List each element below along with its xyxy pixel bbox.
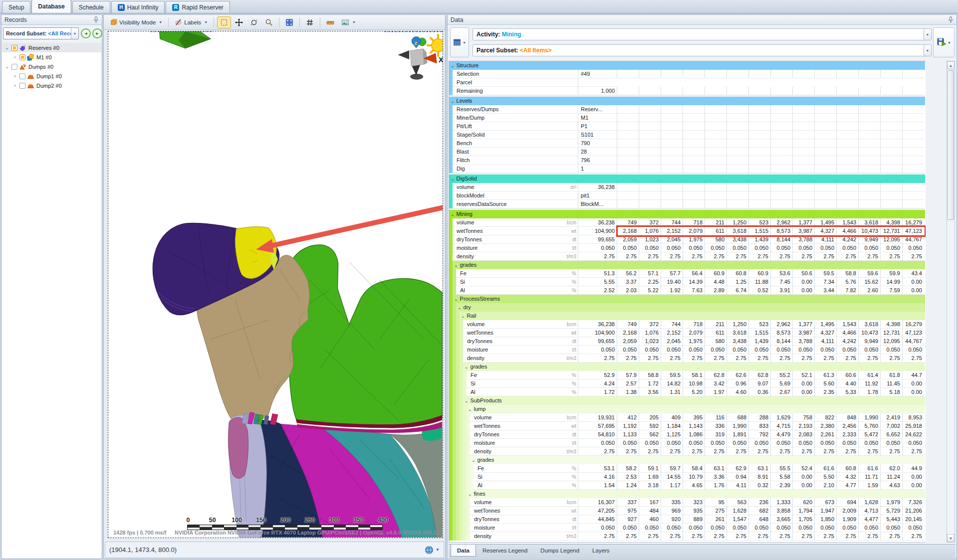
tree-item-dump1-0[interactable]: ›Dump1 #0 (2, 71, 101, 81)
section-header-levels[interactable]: ⌄Levels (449, 97, 925, 105)
collapse-icon[interactable]: ⌄ (468, 407, 472, 412)
total-value-cell: 2.75 (578, 532, 617, 541)
parcel-value-cell: 2,079 (683, 329, 705, 337)
visibility-checkbox[interactable] (19, 54, 25, 60)
solid-top-green[interactable] (160, 31, 211, 48)
chevron-down-icon[interactable]: ▼ (924, 45, 931, 56)
select-region-button[interactable] (217, 16, 231, 28)
collapse-icon[interactable]: ⌄ (458, 305, 462, 310)
scroll-up-button[interactable]: ▲ (947, 61, 955, 69)
collapse-icon[interactable]: ⌄ (451, 63, 455, 68)
scrollbar-thumb[interactable] (948, 70, 954, 220)
collapse-icon[interactable]: ⌄ (472, 458, 476, 463)
parcel-value-cell: 62.6 (726, 371, 748, 379)
tab-haul-infinity[interactable]: HHaul Infinity (111, 1, 165, 13)
tab-setup[interactable]: Setup (2, 1, 30, 13)
zoom-button[interactable] (262, 16, 276, 28)
visibility-checkbox[interactable] (11, 45, 17, 51)
section-header-grades[interactable]: ⌄grades (449, 261, 925, 269)
visibility-mode-button[interactable]: Visibility Mode▼ (107, 16, 165, 28)
parcel-value-cell: 0.050 (836, 524, 858, 532)
chevron-down-icon[interactable]: ▼ (924, 29, 931, 40)
indent-stripe (460, 464, 463, 473)
section-header-mining[interactable]: ⌄Mining (449, 210, 925, 218)
unit-label: % (572, 464, 576, 473)
indent-stripe (453, 337, 456, 346)
collapse-icon[interactable]: ⌄ (451, 212, 455, 217)
visibility-checkbox[interactable] (19, 73, 25, 79)
collapse-icon[interactable]: ⌄ (451, 99, 455, 104)
globe-icon[interactable] (425, 546, 434, 555)
indent-stripe (463, 524, 467, 532)
collapse-icon[interactable]: ⌄ (465, 398, 469, 403)
section-header-rail[interactable]: ⌄Rail (449, 312, 925, 320)
tab-rapid-reserver[interactable]: RRapid Reserver (166, 1, 230, 13)
pin-icon[interactable] (948, 16, 954, 23)
record-subset-dropdown[interactable]: Record Subset: <All Reco... ▼ (3, 27, 79, 39)
parcel-value-cell: 749 (617, 218, 639, 227)
expand-icon[interactable]: › (12, 83, 18, 88)
tree-item-dumps-0[interactable]: ⌄Dumps #0 (2, 62, 101, 71)
subset-forward-button[interactable]: ► (92, 28, 102, 38)
labels-button[interactable]: Labels▼ (172, 16, 211, 28)
activity-dropdown[interactable]: Activity: Mining ▼ (473, 28, 932, 40)
visibility-checkbox[interactable] (11, 64, 17, 70)
3d-viewport-canvas[interactable]: X Z 050100150200250300350400 (108, 31, 443, 538)
parcel-value-cell: 2.75 (836, 447, 858, 456)
section-header-subproducts[interactable]: ⌄SubProducts (449, 396, 925, 405)
column-chooser-button[interactable]: ▼ (450, 27, 469, 57)
parcel-value-cell: 4,242 (836, 235, 858, 244)
tab-reserves-legend[interactable]: Reserves Legend (476, 545, 534, 557)
collapse-icon[interactable]: ⌄ (454, 263, 458, 268)
reserves-data-table[interactable]: ⌄StructureSelection#49Parcelbgbgabgsbgxh… (449, 61, 926, 543)
collapse-icon[interactable]: ⌄ (451, 177, 455, 182)
collapse-icon[interactable]: ⌄ (4, 64, 10, 69)
pan-button[interactable] (232, 16, 246, 28)
visibility-checkbox[interactable] (19, 83, 25, 89)
section-header-structure[interactable]: ⌄Structure (449, 61, 925, 70)
tree-item-dump2-0[interactable]: ›Dump2 #0 (2, 81, 101, 90)
scroll-down-button[interactable]: ▼ (947, 534, 955, 542)
ruler-button[interactable] (323, 16, 337, 28)
tab-layers[interactable]: Layers (586, 545, 616, 557)
collapse-icon[interactable]: ⌄ (454, 297, 458, 302)
grid-button[interactable] (303, 16, 317, 28)
dig-solid-green[interactable] (289, 245, 442, 428)
tab-dumps-legend[interactable]: Dumps Legend (534, 545, 586, 557)
bench-solids[interactable] (229, 412, 442, 537)
section-header-fines[interactable]: ⌄fines (449, 490, 925, 498)
section-header-dry[interactable]: ⌄dry (449, 303, 925, 312)
collapse-icon[interactable]: ⌄ (461, 314, 465, 319)
parcel-value-cell (726, 122, 748, 131)
section-header-grades[interactable]: ⌄grades (449, 363, 925, 371)
section-header-digsolid[interactable]: ⌄DigSolid (449, 175, 925, 183)
fit-to-screen-button[interactable] (282, 16, 296, 28)
pin-icon[interactable] (93, 16, 99, 23)
tree-item-m1-0[interactable]: ›M1 #0 (2, 52, 101, 62)
orientation-gizmo[interactable]: X Z (398, 34, 443, 80)
tree-item-reserves-0[interactable]: ⌄Reserves #0 (2, 43, 101, 52)
collapse-icon[interactable]: ⌄ (468, 492, 472, 497)
section-header-processstreams[interactable]: ⌄ProcessStreams (449, 295, 925, 303)
parcel-value-cell (705, 165, 726, 173)
parcel-subset-dropdown[interactable]: Parcel Subset: <All Items> ▼ (473, 44, 932, 56)
section-header-lump[interactable]: ⌄lump (449, 405, 925, 413)
subset-back-button[interactable]: ◄ (81, 28, 91, 38)
orbit-button[interactable] (247, 16, 261, 28)
tab-database[interactable]: Database (31, 0, 71, 13)
expand-icon[interactable]: › (12, 73, 18, 79)
chevron-down-icon[interactable]: ▼ (71, 28, 78, 39)
expand-icon[interactable]: › (12, 54, 18, 60)
chevron-down-icon[interactable]: ▼ (436, 548, 440, 552)
collapse-icon[interactable]: ⌄ (465, 365, 469, 370)
tab-schedule[interactable]: Schedule (72, 1, 110, 13)
tab-data[interactable]: Data (451, 545, 476, 557)
screenshot-button[interactable]: ▼ (338, 16, 359, 28)
parcel-value-cell: 0.050 (748, 524, 770, 532)
export-button[interactable]: ▼ (933, 27, 955, 57)
indent-stripe (449, 422, 453, 430)
vertical-scrollbar[interactable]: ▲ ▼ (947, 61, 955, 543)
section-header-grades[interactable]: ⌄grades (449, 456, 925, 464)
parcel-value-cell: 1.59 (858, 481, 880, 490)
collapse-icon[interactable]: ⌄ (4, 45, 10, 50)
